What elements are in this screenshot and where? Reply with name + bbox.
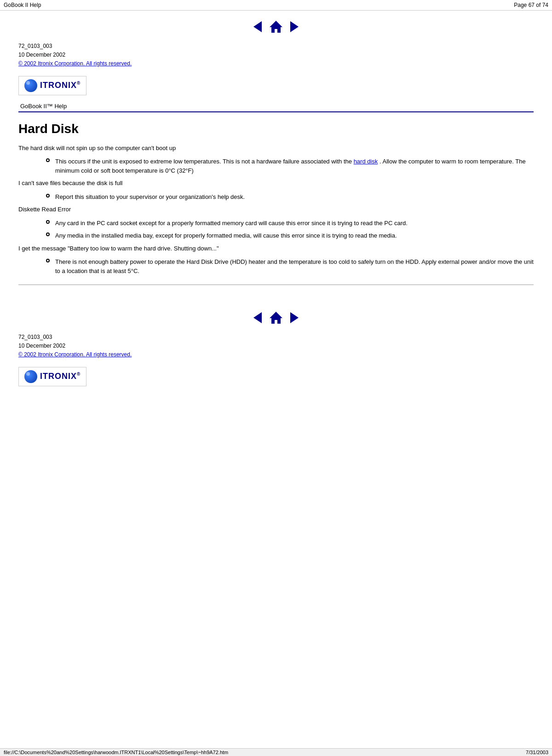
section2-intro: I can't save files because the disk is f… [18,179,534,188]
section1-bullet1-text: This occurs if the unit is exposed to ex… [55,157,534,175]
top-doc-id: 72_0103_003 [18,42,534,51]
section2-bullet1-text: Report this situation to your supervisor… [55,192,534,202]
section3-bullet2-text: Any media in the installed media bay, ex… [55,231,534,240]
bottom-doc-id: 72_0103_003 [18,333,534,342]
gobook-header: GoBook II™ Help [18,101,534,112]
logo-text: ITRONIX® [40,81,80,90]
page-title: Hard Disk [18,122,534,136]
bottom-logo-box: ITRONIX® [18,367,86,386]
bottom-home-button[interactable] [269,311,283,325]
section3-bullet1-text: Any card in the PC card socket except fo… [55,219,534,228]
section1-bullet1: This occurs if the unit is exposed to ex… [46,157,534,175]
next-arrow-icon [290,21,299,32]
bullet-circle-icon [46,233,50,236]
top-copyright: © 2002 Itronix Corporation. All rights r… [18,59,534,68]
section3-bullet1: Any card in the PC card socket except fo… [46,219,534,228]
top-logo-box: ITRONIX® [18,76,86,95]
bottom-logo-area: ITRONIX® [0,363,552,390]
top-date: 10 December 2002 [18,51,534,59]
bottom-next-button[interactable] [288,311,301,325]
home-button[interactable] [269,20,283,34]
section3-intro: Diskette Read Error [18,205,534,214]
bottom-next-arrow-icon [290,312,299,323]
main-content: Hard Disk The hard disk will not spin up… [0,114,552,302]
home-icon [269,19,283,34]
svg-marker-1 [270,312,282,324]
bottom-copyright: © 2002 Itronix Corporation. All rights r… [18,350,534,359]
gobook-header-text: GoBook II™ Help [18,102,69,110]
bullet-circle-icon [46,194,50,198]
bottom-prev-button[interactable] [251,311,264,325]
prev-button[interactable] [251,20,264,34]
bottom-prev-arrow-icon [253,312,262,323]
top-logo-area: ITRONIX® [0,72,552,99]
bottom-nav-icons [0,302,552,329]
section4-bullet1: There is not enough battery power to ope… [46,257,534,275]
bottom-copyright-link[interactable]: © 2002 Itronix Corporation. All rights r… [18,351,132,358]
prev-arrow-icon [253,21,262,32]
page-info: Page 67 of 74 [514,2,548,8]
bullet-circle-icon [46,259,50,262]
section3-bullet2: Any media in the installed media bay, ex… [46,231,534,240]
section2-bullet1: Report this situation to your supervisor… [46,192,534,202]
status-date: 7/31/2003 [526,750,548,755]
section-divider [18,285,534,285]
top-nav-icons [0,11,552,38]
top-copyright-link[interactable]: © 2002 Itronix Corporation. All rights r… [18,60,132,67]
section1-intro: The hard disk will not spin up so the co… [18,144,534,153]
status-bar: file://C:\Documents%20and%20Settings\har… [0,748,552,756]
app-title: GoBook II Help [4,2,41,8]
bottom-home-icon [269,310,283,325]
top-meta-info: 72_0103_003 10 December 2002 © 2002 Itro… [0,38,552,72]
bullet-circle-icon [46,220,50,224]
bottom-meta-info: 72_0103_003 10 December 2002 © 2002 Itro… [0,329,552,363]
status-path: file://C:\Documents%20and%20Settings\har… [4,750,228,755]
bottom-globe-icon [24,370,37,383]
bottom-date: 10 December 2002 [18,342,534,350]
bullet-circle-icon [46,158,50,162]
bottom-logo-text: ITRONIX® [40,372,80,381]
section4-bullet1-text: There is not enough battery power to ope… [55,257,534,275]
svg-marker-0 [270,21,282,33]
globe-icon [24,79,37,92]
section4-intro: I get the message "Battery too low to wa… [18,244,534,253]
hard-disk-link[interactable]: hard disk [354,158,378,165]
header-bar: GoBook II Help Page 67 of 74 [0,0,552,11]
next-button[interactable] [288,20,301,34]
